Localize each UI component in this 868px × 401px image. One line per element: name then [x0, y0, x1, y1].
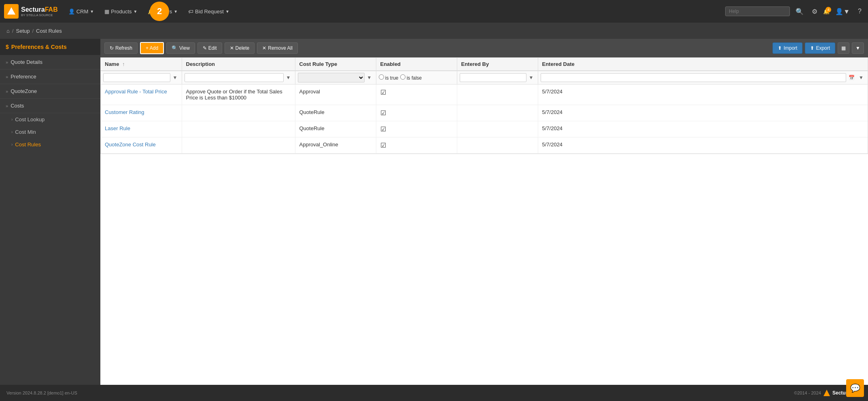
costs-arrow: »	[6, 103, 8, 108]
col-header-enabled: Enabled	[376, 58, 457, 71]
edit-icon: ✎	[203, 45, 207, 51]
col-header-cost-rule-type: Cost Rule Type	[295, 58, 376, 71]
filter-enabled-true-radio[interactable]	[379, 74, 384, 80]
filter-entered-date-button[interactable]: ▼	[857, 74, 865, 81]
dollar-icon: $	[6, 44, 9, 50]
delete-button[interactable]: ✕ Delete	[225, 42, 255, 54]
view-button[interactable]: 🔍 View	[166, 42, 195, 54]
remove-all-button[interactable]: ✕ Remove All	[257, 42, 298, 54]
filter-description-button[interactable]: ▼	[284, 74, 293, 81]
cost-min-arrow: ›	[11, 130, 13, 134]
sidebar-item-cost-rules[interactable]: › Cost Rules	[0, 138, 100, 151]
nav-products[interactable]: ▦ Products ▼	[100, 6, 141, 17]
sidebar-item-costs[interactable]: » Costs	[0, 99, 100, 113]
col-header-name[interactable]: Name ↑	[101, 58, 182, 71]
sidebar: $ Preferences & Costs » Quote Details » …	[0, 39, 100, 385]
row2-name-link[interactable]: Customer Rating	[105, 109, 144, 115]
refresh-button[interactable]: ↻ Refresh	[104, 42, 138, 54]
help-icon[interactable]: ?	[855, 6, 864, 17]
user-icon[interactable]: 👤▼	[833, 6, 852, 17]
row4-name-link[interactable]: QuoteZone Cost Rule	[105, 141, 156, 148]
quote-details-arrow: »	[6, 60, 8, 65]
setup-link[interactable]: Setup	[16, 28, 30, 34]
col-header-description: Description	[182, 58, 295, 71]
row1-name: Approval Rule - Total Price	[101, 84, 182, 105]
row3-entered-by	[457, 121, 538, 137]
bell-notification-area[interactable]: 🔔 4	[823, 8, 830, 15]
logo-sub: BY STELLA SOURCE	[21, 13, 58, 17]
row1-name-link[interactable]: Approval Rule - Total Price	[105, 89, 167, 95]
filter-enabled-false-label: is false	[400, 74, 422, 81]
row1-enabled-checkbox: ☑	[380, 89, 386, 96]
row2-entered-by	[457, 105, 538, 121]
bid-request-dropdown-arrow: ▼	[225, 9, 229, 14]
sidebar-label-preference: Preference	[11, 74, 36, 80]
filter-cost-rule-type-button[interactable]: ▼	[365, 74, 374, 81]
row4-enabled-checkbox: ☑	[380, 142, 386, 149]
table-scroll-area[interactable]: Name ↑ Description Cost Rule Type Enable…	[100, 57, 868, 385]
content-area: ↻ Refresh + Add 🔍 View ✎ Edit ✕ Delete ✕…	[100, 39, 868, 385]
nav-crm[interactable]: 👤 CRM ▼	[64, 6, 98, 17]
filter-entered-date-input[interactable]	[541, 73, 847, 82]
filter-description-cell: ▼	[182, 71, 295, 84]
refresh-icon: ↻	[110, 45, 114, 51]
row2-enabled: ☑	[376, 105, 457, 121]
logo-sectura: Sectura	[21, 6, 45, 13]
row4-entered-date: 5/7/2024	[538, 137, 868, 154]
chat-icon: 💬	[850, 383, 860, 393]
sidebar-item-quotezone[interactable]: » QuoteZone	[0, 84, 100, 99]
home-link[interactable]: ⌂	[6, 28, 10, 34]
filter-entered-by-cell: ▼	[457, 71, 538, 84]
view-icon: 🔍	[172, 45, 178, 51]
search-icon[interactable]: 🔍	[793, 6, 806, 17]
footer-logo-icon	[823, 389, 831, 397]
name-sort-arrow: ↑	[122, 61, 125, 67]
row4-enabled: ☑	[376, 137, 457, 154]
columns-icon: ▦	[841, 45, 846, 51]
filter-description-input[interactable]	[185, 73, 284, 82]
grid-icon: ▦	[104, 8, 109, 15]
logo-fab: FAB	[45, 6, 58, 13]
sidebar-label-costs: Costs	[11, 103, 24, 109]
main-layout: $ Preferences & Costs » Quote Details » …	[0, 39, 868, 385]
filter-name-cell: ▼	[101, 71, 182, 84]
cost-rules-arrow: ›	[11, 142, 13, 147]
filter-calendar-button[interactable]: 📅	[847, 74, 856, 81]
filter-cost-rule-type-select[interactable]: Approval QuoteRule Approval_Online	[298, 73, 365, 82]
filter-entered-by-input[interactable]	[460, 73, 526, 82]
row2-cost-rule-type: QuoteRule	[295, 105, 376, 121]
row2-entered-date: 5/7/2024	[538, 105, 868, 121]
filter-enabled-false-radio[interactable]	[400, 74, 405, 80]
row3-name-link[interactable]: Laser Rule	[105, 125, 130, 131]
svg-marker-0	[7, 7, 15, 15]
sidebar-label-quotezone: QuoteZone	[11, 88, 37, 94]
edit-button[interactable]: ✎ Edit	[197, 42, 222, 54]
nav-bid-request[interactable]: 🏷 Bid Request ▼	[184, 6, 233, 17]
help-search-input[interactable]	[725, 6, 790, 16]
sidebar-title: Preferences & Costs	[11, 44, 67, 50]
row2-enabled-checkbox: ☑	[380, 110, 386, 116]
sidebar-item-cost-min[interactable]: › Cost Min	[0, 126, 100, 138]
column-chooser-button[interactable]: ▦	[838, 42, 849, 54]
quotezone-arrow: »	[6, 89, 8, 94]
version-label: Version 2024.8.28.2 [demo1] en-US	[6, 390, 77, 395]
more-options-button[interactable]: ▼	[852, 42, 864, 54]
crm-dropdown-arrow: ▼	[90, 9, 94, 14]
filter-name-input[interactable]	[103, 73, 170, 82]
sidebar-item-cost-lookup[interactable]: › Cost Lookup	[0, 113, 100, 126]
breadcrumb: ⌂ / Setup / Cost Rules	[0, 23, 868, 39]
filter-name-button[interactable]: ▼	[171, 74, 179, 81]
import-button[interactable]: ⬆ Import	[772, 42, 802, 54]
chat-button[interactable]: 💬	[846, 379, 864, 397]
filter-entered-by-button[interactable]: ▼	[527, 74, 535, 81]
sidebar-item-preference[interactable]: » Preference	[0, 70, 100, 84]
export-button[interactable]: ⬆ Export	[805, 42, 835, 54]
logo[interactable]: Sectura FAB BY STELLA SOURCE	[4, 4, 58, 19]
remove-all-icon: ✕	[262, 45, 266, 51]
filter-cost-rule-type-cell: Approval QuoteRule Approval_Online ▼	[295, 71, 376, 84]
add-button[interactable]: + Add	[140, 42, 164, 54]
gear-icon[interactable]: ⚙	[809, 6, 820, 17]
sidebar-label-cost-rules: Cost Rules	[15, 141, 41, 148]
col-header-entered-date: Entered Date	[538, 58, 868, 71]
sidebar-item-quote-details[interactable]: » Quote Details	[0, 55, 100, 70]
